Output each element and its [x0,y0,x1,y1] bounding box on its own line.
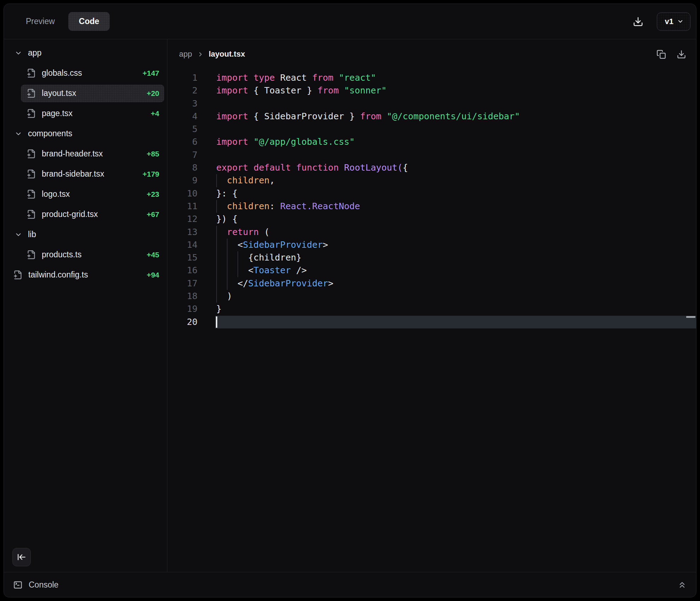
tab-code[interactable]: Code [68,12,110,31]
file-tree-sidebar: app globals.css+147 layout.tsx+20 page.t… [4,39,167,572]
tree-file-logo.tsx[interactable]: logo.tsx+23 [4,184,167,204]
code-token [248,137,253,147]
download-button[interactable] [629,13,647,30]
code-token: children [227,175,269,185]
line-number: 7 [167,149,197,161]
tab-preview[interactable]: Preview [17,12,64,30]
code-line-6[interactable]: 6import "@/app/globals.css" [167,136,696,148]
download-icon [677,50,686,59]
code-editor[interactable]: 1import type React from "react"2import {… [167,64,696,572]
chevron-right-icon [197,51,204,58]
code-token [216,175,227,185]
line-number: 4 [167,110,197,123]
code-line-9[interactable]: 9 children, [167,174,696,187]
code-line-14[interactable]: 14 <SidebarProvider> [167,239,696,251]
top-toolbar: Preview Code v1 [4,4,696,39]
code-line-8[interactable]: 8export default function RootLayout({ [167,161,696,174]
code-line-16[interactable]: 16 <Toaster /> [167,264,696,277]
line-number: 8 [167,161,197,174]
scrollbar-thumb[interactable] [686,316,695,318]
line-number: 9 [167,174,197,187]
code-line-15[interactable]: 15 {children} [167,251,696,264]
file-name: layout.tsx [42,88,142,98]
file-name: product-grid.tsx [42,210,142,219]
code-line-7[interactable]: 7 [167,149,696,161]
line-content: }) { [197,213,696,225]
tree-file-brand-sidebar.tsx[interactable]: brand-sidebar.tsx+179 [4,164,167,184]
code-line-3[interactable]: 3 [167,97,696,110]
code-token: children [227,201,269,211]
code-line-13[interactable]: 13 return ( [167,226,696,239]
diff-added-count: +45 [147,251,159,259]
code-token [291,162,296,173]
code-line-20[interactable]: 20 [167,316,696,328]
code-token: > [323,240,328,250]
code-line-4[interactable]: 4import { SidebarProvider } from "@/comp… [167,110,696,123]
diff-added-count: +67 [147,210,159,219]
tree-file-products.ts[interactable]: products.ts+45 [4,245,167,265]
line-number: 19 [167,303,197,315]
line-content [197,316,696,328]
file-plus-icon [27,250,36,259]
code-line-19[interactable]: 19} [167,303,696,315]
folder-name: app [28,48,167,58]
chevrons-up-icon[interactable] [675,578,689,592]
tree-file-layout.tsx[interactable]: layout.tsx+20 [4,83,167,103]
line-content: children: React.ReactNode [197,200,696,213]
code-line-12[interactable]: 12}) { [167,213,696,225]
line-content: children, [197,174,696,187]
code-token: { Toaster } [248,85,317,96]
code-token: "react" [339,73,376,83]
file-row-box: brand-sidebar.tsx+179 [21,165,164,183]
chevron-down-icon [677,18,684,25]
line-content: <SidebarProvider> [197,239,696,251]
line-number: 11 [167,200,197,213]
tree-file-tailwind.config.ts[interactable]: tailwind.config.ts+94 [4,265,167,285]
chevron-down-icon [15,49,22,57]
line-number: 18 [167,290,197,303]
code-token: import [216,137,248,147]
code-line-11[interactable]: 11 children: React.ReactNode [167,200,696,213]
download-file-button[interactable] [674,47,689,62]
code-token: </ [216,278,248,288]
code-token: SidebarProvider [243,240,323,250]
tree-folder-lib[interactable]: lib [4,224,167,245]
diff-added-count: +20 [147,89,159,98]
file-row-box: product-grid.tsx+67 [21,206,164,223]
code-line-1[interactable]: 1import type React from "react" [167,71,696,84]
version-dropdown[interactable]: v1 [657,12,690,31]
code-token [216,201,227,211]
code-token: import [216,73,248,83]
tree-folder-app[interactable]: app [4,43,167,63]
copy-code-button[interactable] [654,47,669,62]
line-content: return ( [197,226,696,239]
file-name: globals.css [42,68,138,78]
code-token: : [270,201,280,211]
file-row-box: tailwind.config.ts+94 [7,266,164,284]
breadcrumb-file: layout.tsx [209,50,245,59]
line-content: </SidebarProvider> [197,277,696,290]
console-bar[interactable]: Console [4,572,696,597]
tree-file-page.tsx[interactable]: page.tsx+4 [4,103,167,124]
code-token: return [227,227,259,237]
code-token: from [312,73,333,83]
line-number: 15 [167,251,197,264]
tree-file-globals.css[interactable]: globals.css+147 [4,63,167,83]
tree-file-brand-header.tsx[interactable]: brand-header.tsx+85 [4,144,167,164]
code-token: > [328,278,333,288]
code-line-18[interactable]: 18 ) [167,290,696,303]
code-line-17[interactable]: 17 </SidebarProvider> [167,277,696,290]
file-name: tailwind.config.ts [28,270,142,280]
version-label: v1 [665,17,673,26]
collapse-sidebar-button[interactable] [12,548,31,566]
code-line-10[interactable]: 10}: { [167,187,696,200]
code-line-2[interactable]: 2import { Toaster } from "sonner" [167,84,696,97]
tree-file-product-grid.tsx[interactable]: product-grid.tsx+67 [4,204,167,224]
code-token: from [317,85,339,96]
code-token: from [360,111,381,121]
download-icon [633,16,643,27]
code-token: {children} [216,252,302,263]
file-tree: app globals.css+147 layout.tsx+20 page.t… [4,43,167,285]
code-line-5[interactable]: 5 [167,123,696,136]
tree-folder-components[interactable]: components [4,124,167,144]
